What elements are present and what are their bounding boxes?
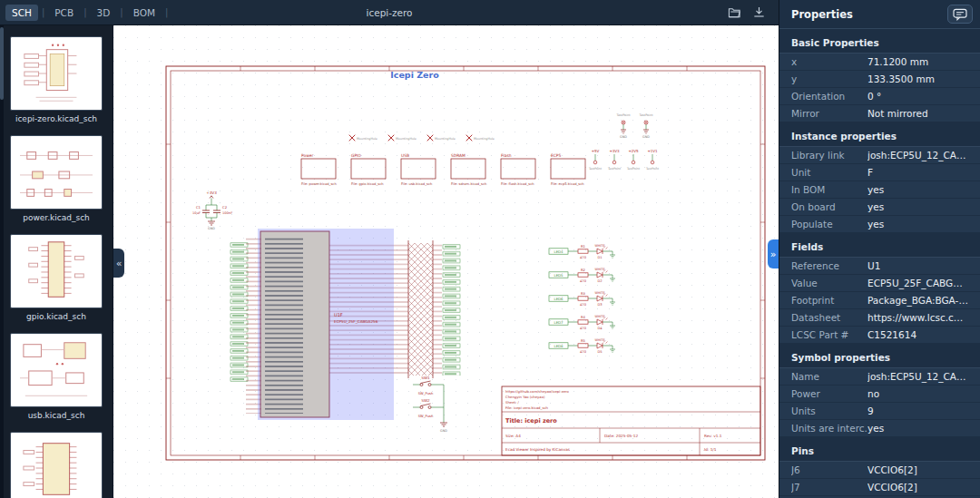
property-row: Populate yes bbox=[779, 216, 980, 233]
net-label: LED8 bbox=[554, 344, 564, 348]
tab-separator: | bbox=[164, 7, 169, 17]
collapse-sidebar-button[interactable]: « bbox=[113, 249, 124, 278]
comment-button[interactable] bbox=[947, 5, 973, 24]
sheet-name: Power bbox=[301, 153, 313, 158]
sidebar-sheet-usb[interactable]: usb.kicad_sch bbox=[10, 333, 103, 421]
resistor-value: 470 bbox=[580, 256, 587, 259]
led-chain-row[interactable]: LED5 R2 470 WHITE D2 bbox=[549, 268, 615, 284]
property-row: In BOM yes bbox=[779, 181, 980, 199]
sheet-symbols[interactable]: Power File: power.kicad_sch GPIO File: g… bbox=[301, 153, 585, 186]
download-icon[interactable] bbox=[752, 5, 766, 19]
led-chain-row[interactable]: LED4 R1 470 WHITE D1 bbox=[549, 244, 615, 260]
property-row: Power no bbox=[779, 386, 980, 403]
property-row: Reference U1 bbox=[779, 258, 980, 275]
property-value: https://www.lcsc.com/d... bbox=[867, 311, 968, 324]
decoupling-caps[interactable]: +3V3 C1 10uF C2 100nF GND bbox=[192, 190, 232, 230]
sheet-symbol-power[interactable]: Power File: power.kicad_sch bbox=[301, 153, 337, 186]
sidebar-sheet-icepi-zero[interactable]: icepi-zero.kicad_sch bbox=[10, 36, 103, 124]
titleblock-size: Size: A4 bbox=[505, 434, 521, 438]
net-label: LED5 bbox=[554, 273, 564, 278]
resistor-ref: R5 bbox=[581, 338, 586, 343]
property-key: Mirror bbox=[791, 107, 867, 120]
sheet-symbol-usb[interactable]: USB File: usb.kicad_sch bbox=[401, 153, 436, 186]
sheet-file: File: power.kicad_sch bbox=[301, 182, 337, 186]
push-buttons[interactable]: SW1 SW_Push SW2 SW_Push bbox=[413, 376, 447, 433]
cap-ref: C1 bbox=[196, 205, 201, 210]
sheet-file: File: ecp5.kicad_sch bbox=[551, 182, 584, 186]
tab-separator: | bbox=[83, 7, 87, 17]
schematic-svg[interactable]: Icepi Zero MountingHole MountingHole Mou… bbox=[113, 25, 779, 498]
property-value: josh:ECP5U_12_CABGA... bbox=[867, 370, 968, 383]
mounting-holes[interactable]: MountingHole MountingHole MountingHole M… bbox=[349, 135, 495, 141]
resistor-ref: R2 bbox=[581, 268, 586, 272]
property-value: Not mirrored bbox=[867, 107, 968, 120]
property-key: Datasheet bbox=[791, 311, 867, 324]
property-value: yes bbox=[867, 200, 968, 213]
titleblock-id: Id: 1/1 bbox=[704, 447, 717, 452]
titleblock-author: Chengyin Yao (cheyao) bbox=[505, 395, 545, 399]
property-value: 9 bbox=[867, 405, 968, 417]
led-chain-row[interactable]: LED7 R4 470 WHITE D4 bbox=[549, 315, 615, 331]
testpoint-label: TestPoint bbox=[645, 167, 660, 171]
property-value: yes bbox=[867, 183, 968, 196]
titleblock-file: File: icepi-zero.kicad_sch bbox=[505, 405, 548, 410]
net-label: +2V5 bbox=[628, 149, 639, 153]
property-key: LCSC Part # bbox=[791, 328, 867, 341]
property-key: On board bbox=[791, 200, 867, 213]
led-chains[interactable]: LED4 R1 470 WHITE D1 LED5 bbox=[549, 244, 615, 355]
testpoints-power-rails[interactable]: +5V TestPoint +3V3 TestPoint +2V5 TestPo… bbox=[588, 149, 660, 171]
component-value: ECP5U_25F_CABGA256 bbox=[334, 319, 378, 324]
sidebar-sheet-gpio[interactable]: gpio.kicad_sch bbox=[10, 234, 103, 322]
sheet-symbol-flash[interactable]: Flash File: flash.kicad_sch bbox=[501, 153, 535, 186]
top-bar: SCH | PCB | 3D | BOM | icepi-zero bbox=[0, 0, 779, 25]
sheet-file: File: flash.kicad_sch bbox=[501, 182, 534, 186]
schematic-canvas[interactable]: Icepi Zero MountingHole MountingHole Mou… bbox=[113, 25, 779, 498]
sidebar-sheet-power[interactable]: power.kicad_sch bbox=[10, 135, 103, 223]
sidebar-sheet-5[interactable] bbox=[10, 432, 103, 498]
gnd-label: GND bbox=[642, 135, 650, 139]
sidebar-scrollbar[interactable] bbox=[0, 25, 4, 498]
sheet-name: GPIO bbox=[351, 153, 361, 158]
sheet-symbol-ecp5[interactable]: ECP5 File: ecp5.kicad_sch bbox=[551, 153, 585, 186]
sheet-page-title: Icepi Zero bbox=[390, 70, 439, 80]
cap-ref: C2 bbox=[222, 205, 228, 210]
property-row: Mirror Not mirrored bbox=[779, 105, 980, 122]
testpoint-label: TestPoint bbox=[626, 167, 641, 171]
property-row: x 71.1200 mm bbox=[779, 54, 980, 71]
property-key: x bbox=[791, 55, 867, 68]
tab-3d[interactable]: 3D bbox=[91, 5, 117, 21]
tab-pcb[interactable]: PCB bbox=[48, 5, 80, 21]
section-title-instance-properties: Instance properties bbox=[779, 123, 980, 147]
property-key: Units are interc... bbox=[791, 422, 867, 435]
sheet-label: gpio.kicad_sch bbox=[10, 312, 103, 322]
open-folder-icon[interactable] bbox=[728, 5, 741, 19]
switch-value: SW_Push bbox=[418, 415, 434, 418]
mounting-hole-label: MountingHole bbox=[396, 137, 416, 141]
testpoint-label: TestPoint bbox=[615, 113, 631, 117]
sheet-name: ECP5 bbox=[551, 153, 561, 158]
switch-value: SW_Push bbox=[418, 392, 434, 395]
sidebar-scrollbar-thumb[interactable] bbox=[0, 27, 4, 100]
collapse-properties-button[interactable]: » bbox=[768, 239, 779, 269]
tab-sch[interactable]: SCH bbox=[5, 5, 38, 21]
mounting-hole-label: MountingHole bbox=[357, 137, 377, 141]
sheet-symbol-gpio[interactable]: GPIO File: gpio.kicad_sch bbox=[351, 153, 386, 186]
led-ref: D5 bbox=[597, 350, 602, 354]
switch-ref: SW2 bbox=[421, 398, 430, 403]
led-chain-row[interactable]: LED6 R3 470 WHITE D3 bbox=[549, 291, 615, 308]
sheet-name: USB bbox=[401, 153, 409, 158]
sheet-thumbnail bbox=[10, 432, 103, 498]
property-row: Value ECP5U_25F_CABGA256 bbox=[779, 275, 980, 292]
property-key: Value bbox=[791, 277, 867, 289]
net-label: LED4 bbox=[554, 249, 564, 254]
property-row: Footprint Package_BGA:BGA-256... bbox=[779, 292, 980, 309]
property-value: ECP5U_25F_CABGA256 bbox=[867, 277, 968, 289]
cap-value: 10uF bbox=[192, 211, 201, 215]
led-chain-row[interactable]: LED8 R5 470 WHITE D5 bbox=[549, 338, 615, 355]
testpoints-top[interactable]: TestPoint GND TestPoint GND bbox=[615, 113, 653, 139]
sheet-symbol-sdram[interactable]: SDRAM File: sdram.kicad_sch bbox=[451, 153, 487, 186]
mounting-hole-label: MountingHole bbox=[474, 137, 495, 141]
tab-bom[interactable]: BOM bbox=[127, 5, 162, 21]
property-key: Footprint bbox=[791, 294, 867, 307]
sheet-name: Flash bbox=[501, 153, 512, 158]
